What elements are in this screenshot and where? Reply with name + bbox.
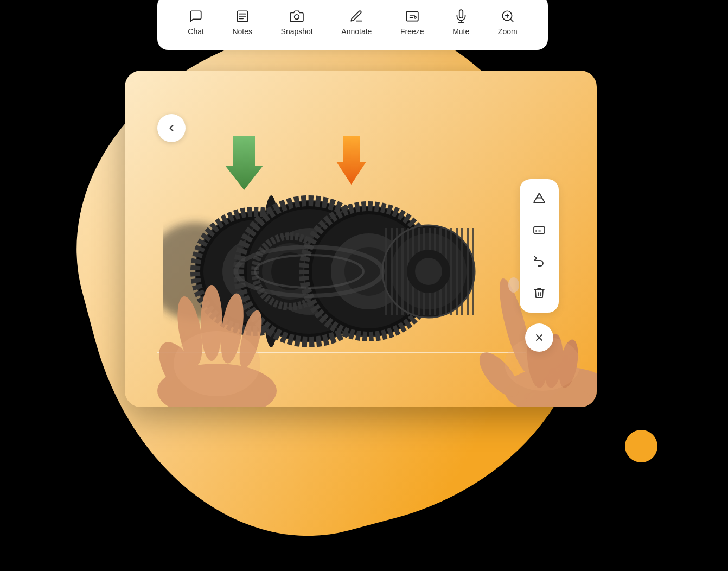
toolbar: Chat Notes Snapshot Annotate [157,0,548,50]
svg-marker-13 [225,136,263,190]
pyramid-icon [533,192,546,205]
close-icon [534,332,545,343]
freeze-label: Freeze [400,27,424,36]
delete-button[interactable] [525,279,553,307]
annotate-label: Annotate [341,27,372,36]
mute-label: Mute [452,27,469,36]
snapshot-label: Snapshot [281,27,313,36]
hd-icon: HD [533,224,546,237]
action-buttons-group: HD [520,179,559,313]
svg-line-10 [510,19,513,22]
notes-icon [235,9,250,24]
toolbar-item-zoom[interactable]: Zoom [489,4,526,40]
undo-icon [533,255,546,268]
svg-rect-67 [526,391,591,407]
right-panel: HD [520,179,559,352]
toolbar-item-snapshot[interactable]: Snapshot [272,4,322,40]
snapshot-icon [289,9,304,24]
toolbar-item-freeze[interactable]: Freeze [392,4,433,40]
back-button[interactable] [157,114,186,142]
arrow-green [225,136,263,185]
svg-rect-5 [406,11,418,21]
chat-label: Chat [188,27,204,36]
3d-button[interactable] [525,185,553,213]
annotate-icon [349,9,364,24]
toolbar-item-chat[interactable]: Chat [179,4,213,40]
scene: Chat Notes Snapshot Annotate [0,0,728,571]
divider-line [157,352,526,353]
arrow-orange [336,136,366,182]
toolbar-item-annotate[interactable]: Annotate [333,4,380,40]
hd-button[interactable]: HD [525,216,553,244]
svg-point-45 [415,258,442,285]
notes-label: Notes [232,27,252,36]
freeze-icon [405,9,420,24]
svg-point-6 [414,17,416,18]
svg-marker-14 [336,136,366,185]
trash-icon [533,287,546,300]
chat-icon [188,9,203,24]
close-button[interactable] [525,323,553,352]
mute-icon [454,9,469,24]
svg-point-65 [555,338,581,389]
toolbar-item-mute[interactable]: Mute [444,4,478,40]
svg-rect-59 [184,380,255,407]
svg-text:HD: HD [535,229,542,233]
tablet-card: HD [125,71,597,407]
zoom-icon [500,9,515,24]
gear-assembly [157,168,548,375]
svg-point-4 [295,15,299,20]
toolbar-item-notes[interactable]: Notes [223,4,261,40]
undo-button[interactable] [525,248,553,276]
background-blob-small [625,430,657,462]
zoom-label: Zoom [498,27,518,36]
